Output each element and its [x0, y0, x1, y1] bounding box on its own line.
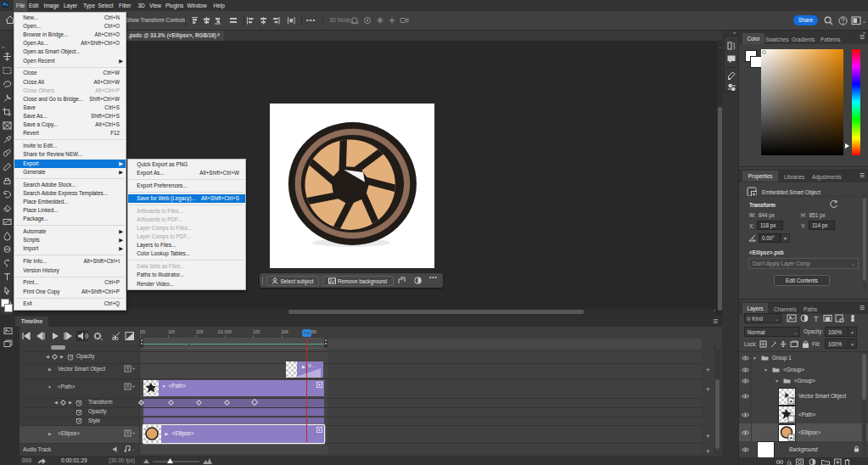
- svg-text:T: T: [814, 315, 819, 323]
- svg-text:fx: fx: [787, 459, 792, 465]
